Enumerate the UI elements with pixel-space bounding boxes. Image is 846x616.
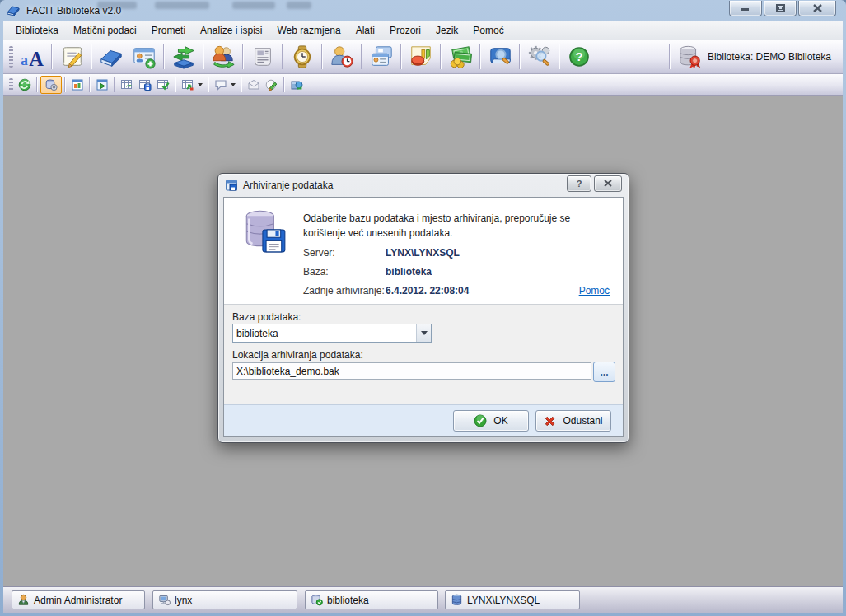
toolbar-separator xyxy=(175,77,176,92)
add-member-button[interactable] xyxy=(128,42,161,72)
refresh-button[interactable] xyxy=(16,77,34,93)
member-cards-button[interactable] xyxy=(365,42,398,72)
grid-export-dropdown-caret[interactable] xyxy=(198,83,203,86)
member-time-icon xyxy=(330,44,354,69)
members-exchange-button[interactable] xyxy=(207,42,240,72)
dialog-form: Baza podataka: biblioteka Lokacija arhiv… xyxy=(224,305,623,404)
member-time-button[interactable] xyxy=(325,42,358,72)
archive-database-icon xyxy=(44,78,58,91)
edit-note-icon xyxy=(265,78,278,91)
status-machine-panel: lynx xyxy=(152,590,297,609)
close-button[interactable] xyxy=(798,1,836,16)
dialog-close-icon xyxy=(604,180,612,187)
background-window-bleed xyxy=(232,2,275,9)
toolbar-separator xyxy=(89,77,91,92)
grid-save-button[interactable] xyxy=(136,77,154,93)
menu-biblioteka[interactable]: Biblioteka xyxy=(8,22,66,39)
grid-check-icon xyxy=(157,78,170,91)
toolbar-separator xyxy=(242,44,244,69)
ok-button-label: OK xyxy=(493,415,507,427)
dialog-content: Odaberite bazu podataka i mjesto arhivir… xyxy=(223,197,624,437)
cancel-button[interactable]: Odustani xyxy=(535,410,611,432)
background-window-bleed xyxy=(97,2,137,9)
toolbar-separator xyxy=(163,44,165,69)
newspaper-button[interactable] xyxy=(246,42,279,72)
window-titlebar[interactable]: FACIT Biblioteka v2.0 xyxy=(0,0,846,21)
toolbar-separator xyxy=(559,44,560,69)
archive-data-button[interactable] xyxy=(40,76,62,94)
run-window-icon xyxy=(96,78,109,91)
database-combobox-value: biblioteka xyxy=(233,328,416,339)
edit-note-button[interactable] xyxy=(263,77,281,93)
package-export-button[interactable] xyxy=(287,77,306,93)
toolbar-separator xyxy=(64,77,66,92)
lending-exchange-button[interactable] xyxy=(167,42,200,72)
grid-check-button[interactable] xyxy=(154,77,172,93)
combobox-dropdown-button[interactable] xyxy=(416,324,431,342)
status-database-panel: biblioteka xyxy=(305,590,438,609)
lending-exchange-icon xyxy=(171,44,196,69)
menu-jezik[interactable]: Jezik xyxy=(428,22,465,39)
maximize-button[interactable] xyxy=(764,1,797,16)
help-button[interactable]: ? xyxy=(563,42,596,72)
dialog-footer: OK Odustani xyxy=(224,404,623,436)
dialog-help-button[interactable]: ? xyxy=(567,175,591,192)
mail-button[interactable] xyxy=(245,77,263,93)
database-info-row: Baza:biblioteka xyxy=(303,266,432,278)
run-window-button[interactable] xyxy=(93,77,111,93)
search-catalog-button[interactable] xyxy=(484,42,516,72)
application-window: FACIT Biblioteka v2.0 Biblioteka Matični… xyxy=(0,0,846,616)
location-field-label: Lokacija arhiviranja podataka: xyxy=(232,349,363,361)
library-label: Biblioteka: DEMO Biblioteka xyxy=(708,51,831,63)
toolbar-separator xyxy=(479,44,481,69)
menu-analize-i-ispisi[interactable]: Analize i ispisi xyxy=(193,22,269,39)
database-combobox[interactable]: biblioteka xyxy=(232,324,432,343)
layout-panel-icon xyxy=(71,78,84,91)
help-link[interactable]: Pomoć xyxy=(579,285,610,296)
chevron-down-icon xyxy=(421,331,428,335)
statistics-button[interactable] xyxy=(404,42,437,72)
menu-prozori[interactable]: Prozori xyxy=(382,22,428,39)
grid-refresh-icon xyxy=(120,78,133,91)
comment-dropdown-caret[interactable] xyxy=(231,83,236,86)
book-button[interactable] xyxy=(95,42,128,72)
inventory-scroll-button[interactable] xyxy=(55,42,88,72)
grid-refresh-button[interactable] xyxy=(118,77,136,93)
menu-web-razmjena[interactable]: Web razmjena xyxy=(269,22,348,39)
dialog-titlebar[interactable]: Arhiviranje podataka ? xyxy=(218,174,629,196)
svg-text:a: a xyxy=(21,52,28,68)
status-server-label: LYNX\LYNXSQL xyxy=(467,595,540,606)
settings-search-icon xyxy=(527,44,552,69)
toolbar-grip[interactable] xyxy=(9,78,13,91)
book-icon xyxy=(99,44,124,69)
menu-maticni-podaci[interactable]: Matični podaci xyxy=(66,22,144,39)
font-catalog-button[interactable]: aA xyxy=(16,42,49,72)
status-database-label: biblioteka xyxy=(327,595,369,606)
cancel-button-label: Odustani xyxy=(563,415,602,427)
server-value: LYNX\LYNXSQL xyxy=(386,247,460,259)
finance-button[interactable] xyxy=(444,42,477,72)
last-backup-label: Zadnje arhiviranje: xyxy=(303,285,386,296)
comment-button[interactable] xyxy=(212,77,230,93)
library-indicator: Biblioteka: DEMO Biblioteka xyxy=(666,44,839,69)
toolbar-separator xyxy=(241,77,242,92)
menu-alati[interactable]: Alati xyxy=(348,22,382,39)
ok-button[interactable]: OK xyxy=(453,410,529,432)
watch-button[interactable] xyxy=(286,42,319,72)
status-machine-label: lynx xyxy=(175,595,192,606)
dialog-close-button[interactable] xyxy=(594,175,622,192)
layout-panel-button[interactable] xyxy=(68,77,86,93)
settings-search-button[interactable] xyxy=(523,42,556,72)
menu-prometi[interactable]: Prometi xyxy=(144,22,193,39)
location-input[interactable] xyxy=(232,362,591,380)
mail-icon xyxy=(247,78,260,91)
grid-export-button[interactable] xyxy=(179,77,197,93)
menu-pomoc[interactable]: Pomoć xyxy=(465,22,511,39)
dialog-controls: ? xyxy=(567,175,622,192)
dialog-title: Arhiviranje podataka xyxy=(243,180,333,191)
archive-dialog: Arhiviranje podataka ? Odaberite bazu po… xyxy=(217,173,629,443)
minimize-button[interactable] xyxy=(729,1,762,16)
finance-money-icon xyxy=(448,44,473,69)
browse-button[interactable]: ... xyxy=(593,362,615,382)
toolbar-grip[interactable] xyxy=(9,46,13,68)
